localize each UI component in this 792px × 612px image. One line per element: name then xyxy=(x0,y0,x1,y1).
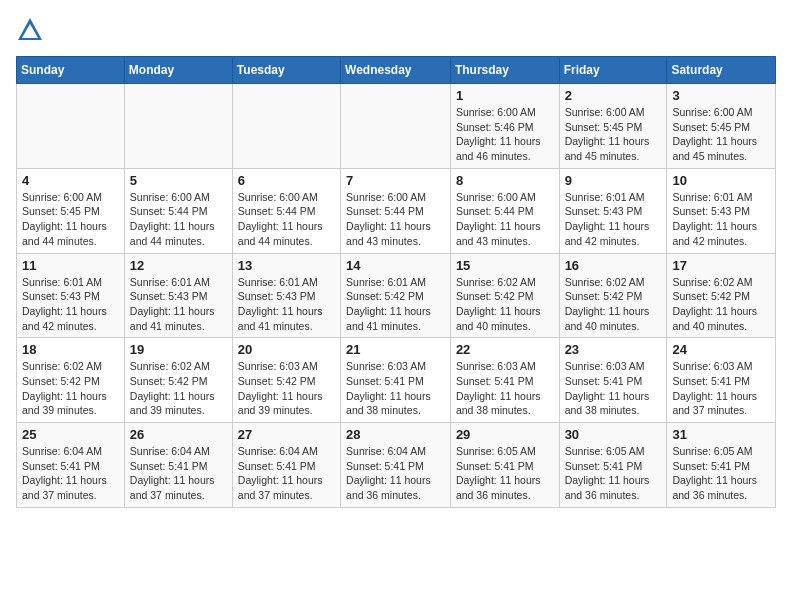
calendar-cell: 16Sunrise: 6:02 AMSunset: 5:42 PMDayligh… xyxy=(559,253,667,338)
day-number: 17 xyxy=(672,258,770,273)
day-info: Sunrise: 6:02 AMSunset: 5:42 PMDaylight:… xyxy=(456,275,554,334)
calendar-cell: 17Sunrise: 6:02 AMSunset: 5:42 PMDayligh… xyxy=(667,253,776,338)
header-day-tuesday: Tuesday xyxy=(232,57,340,84)
day-info: Sunrise: 6:01 AMSunset: 5:43 PMDaylight:… xyxy=(672,190,770,249)
day-number: 3 xyxy=(672,88,770,103)
header-row: SundayMondayTuesdayWednesdayThursdayFrid… xyxy=(17,57,776,84)
calendar-week-3: 11Sunrise: 6:01 AMSunset: 5:43 PMDayligh… xyxy=(17,253,776,338)
day-number: 31 xyxy=(672,427,770,442)
day-info: Sunrise: 6:02 AMSunset: 5:42 PMDaylight:… xyxy=(130,359,227,418)
calendar-cell: 23Sunrise: 6:03 AMSunset: 5:41 PMDayligh… xyxy=(559,338,667,423)
day-info: Sunrise: 6:02 AMSunset: 5:42 PMDaylight:… xyxy=(22,359,119,418)
day-number: 11 xyxy=(22,258,119,273)
calendar-body: 1Sunrise: 6:00 AMSunset: 5:46 PMDaylight… xyxy=(17,84,776,508)
day-info: Sunrise: 6:01 AMSunset: 5:43 PMDaylight:… xyxy=(130,275,227,334)
calendar-cell: 26Sunrise: 6:04 AMSunset: 5:41 PMDayligh… xyxy=(124,423,232,508)
header-day-thursday: Thursday xyxy=(450,57,559,84)
day-number: 15 xyxy=(456,258,554,273)
day-number: 2 xyxy=(565,88,662,103)
calendar-cell: 30Sunrise: 6:05 AMSunset: 5:41 PMDayligh… xyxy=(559,423,667,508)
logo xyxy=(16,16,48,44)
day-number: 16 xyxy=(565,258,662,273)
calendar-cell: 31Sunrise: 6:05 AMSunset: 5:41 PMDayligh… xyxy=(667,423,776,508)
day-number: 26 xyxy=(130,427,227,442)
day-info: Sunrise: 6:00 AMSunset: 5:44 PMDaylight:… xyxy=(238,190,335,249)
calendar-cell: 2Sunrise: 6:00 AMSunset: 5:45 PMDaylight… xyxy=(559,84,667,169)
calendar-cell: 1Sunrise: 6:00 AMSunset: 5:46 PMDaylight… xyxy=(450,84,559,169)
day-number: 12 xyxy=(130,258,227,273)
day-number: 14 xyxy=(346,258,445,273)
day-number: 21 xyxy=(346,342,445,357)
calendar-cell: 29Sunrise: 6:05 AMSunset: 5:41 PMDayligh… xyxy=(450,423,559,508)
day-number: 18 xyxy=(22,342,119,357)
day-info: Sunrise: 6:00 AMSunset: 5:44 PMDaylight:… xyxy=(346,190,445,249)
day-info: Sunrise: 6:02 AMSunset: 5:42 PMDaylight:… xyxy=(565,275,662,334)
calendar-cell: 10Sunrise: 6:01 AMSunset: 5:43 PMDayligh… xyxy=(667,168,776,253)
calendar-cell: 27Sunrise: 6:04 AMSunset: 5:41 PMDayligh… xyxy=(232,423,340,508)
day-info: Sunrise: 6:03 AMSunset: 5:41 PMDaylight:… xyxy=(672,359,770,418)
day-number: 1 xyxy=(456,88,554,103)
day-number: 30 xyxy=(565,427,662,442)
day-info: Sunrise: 6:01 AMSunset: 5:43 PMDaylight:… xyxy=(565,190,662,249)
header-day-wednesday: Wednesday xyxy=(341,57,451,84)
calendar-cell: 4Sunrise: 6:00 AMSunset: 5:45 PMDaylight… xyxy=(17,168,125,253)
calendar-cell: 5Sunrise: 6:00 AMSunset: 5:44 PMDaylight… xyxy=(124,168,232,253)
day-info: Sunrise: 6:00 AMSunset: 5:44 PMDaylight:… xyxy=(456,190,554,249)
calendar-cell xyxy=(341,84,451,169)
calendar-week-5: 25Sunrise: 6:04 AMSunset: 5:41 PMDayligh… xyxy=(17,423,776,508)
calendar-cell: 25Sunrise: 6:04 AMSunset: 5:41 PMDayligh… xyxy=(17,423,125,508)
day-number: 6 xyxy=(238,173,335,188)
calendar-cell: 13Sunrise: 6:01 AMSunset: 5:43 PMDayligh… xyxy=(232,253,340,338)
day-info: Sunrise: 6:00 AMSunset: 5:45 PMDaylight:… xyxy=(565,105,662,164)
calendar-table: SundayMondayTuesdayWednesdayThursdayFrid… xyxy=(16,56,776,508)
day-info: Sunrise: 6:04 AMSunset: 5:41 PMDaylight:… xyxy=(22,444,119,503)
day-info: Sunrise: 6:01 AMSunset: 5:43 PMDaylight:… xyxy=(22,275,119,334)
day-info: Sunrise: 6:03 AMSunset: 5:41 PMDaylight:… xyxy=(565,359,662,418)
day-number: 28 xyxy=(346,427,445,442)
calendar-week-4: 18Sunrise: 6:02 AMSunset: 5:42 PMDayligh… xyxy=(17,338,776,423)
day-number: 8 xyxy=(456,173,554,188)
calendar-week-1: 1Sunrise: 6:00 AMSunset: 5:46 PMDaylight… xyxy=(17,84,776,169)
calendar-cell: 14Sunrise: 6:01 AMSunset: 5:42 PMDayligh… xyxy=(341,253,451,338)
day-info: Sunrise: 6:03 AMSunset: 5:41 PMDaylight:… xyxy=(456,359,554,418)
day-number: 20 xyxy=(238,342,335,357)
page-header xyxy=(16,16,776,44)
calendar-header: SundayMondayTuesdayWednesdayThursdayFrid… xyxy=(17,57,776,84)
day-number: 10 xyxy=(672,173,770,188)
day-info: Sunrise: 6:03 AMSunset: 5:41 PMDaylight:… xyxy=(346,359,445,418)
day-info: Sunrise: 6:04 AMSunset: 5:41 PMDaylight:… xyxy=(238,444,335,503)
calendar-cell: 15Sunrise: 6:02 AMSunset: 5:42 PMDayligh… xyxy=(450,253,559,338)
header-day-saturday: Saturday xyxy=(667,57,776,84)
calendar-week-2: 4Sunrise: 6:00 AMSunset: 5:45 PMDaylight… xyxy=(17,168,776,253)
day-number: 29 xyxy=(456,427,554,442)
day-info: Sunrise: 6:05 AMSunset: 5:41 PMDaylight:… xyxy=(672,444,770,503)
day-info: Sunrise: 6:02 AMSunset: 5:42 PMDaylight:… xyxy=(672,275,770,334)
calendar-cell: 20Sunrise: 6:03 AMSunset: 5:42 PMDayligh… xyxy=(232,338,340,423)
header-day-friday: Friday xyxy=(559,57,667,84)
day-number: 9 xyxy=(565,173,662,188)
day-info: Sunrise: 6:04 AMSunset: 5:41 PMDaylight:… xyxy=(346,444,445,503)
calendar-cell: 22Sunrise: 6:03 AMSunset: 5:41 PMDayligh… xyxy=(450,338,559,423)
day-number: 19 xyxy=(130,342,227,357)
calendar-cell xyxy=(232,84,340,169)
calendar-cell: 21Sunrise: 6:03 AMSunset: 5:41 PMDayligh… xyxy=(341,338,451,423)
day-number: 7 xyxy=(346,173,445,188)
header-day-monday: Monday xyxy=(124,57,232,84)
calendar-cell: 18Sunrise: 6:02 AMSunset: 5:42 PMDayligh… xyxy=(17,338,125,423)
day-info: Sunrise: 6:00 AMSunset: 5:44 PMDaylight:… xyxy=(130,190,227,249)
day-info: Sunrise: 6:00 AMSunset: 5:45 PMDaylight:… xyxy=(672,105,770,164)
day-info: Sunrise: 6:01 AMSunset: 5:43 PMDaylight:… xyxy=(238,275,335,334)
day-info: Sunrise: 6:01 AMSunset: 5:42 PMDaylight:… xyxy=(346,275,445,334)
day-info: Sunrise: 6:04 AMSunset: 5:41 PMDaylight:… xyxy=(130,444,227,503)
day-info: Sunrise: 6:03 AMSunset: 5:42 PMDaylight:… xyxy=(238,359,335,418)
calendar-cell: 12Sunrise: 6:01 AMSunset: 5:43 PMDayligh… xyxy=(124,253,232,338)
day-number: 4 xyxy=(22,173,119,188)
day-info: Sunrise: 6:00 AMSunset: 5:46 PMDaylight:… xyxy=(456,105,554,164)
day-number: 25 xyxy=(22,427,119,442)
day-info: Sunrise: 6:05 AMSunset: 5:41 PMDaylight:… xyxy=(565,444,662,503)
logo-icon xyxy=(16,16,44,44)
day-number: 22 xyxy=(456,342,554,357)
day-number: 5 xyxy=(130,173,227,188)
day-info: Sunrise: 6:00 AMSunset: 5:45 PMDaylight:… xyxy=(22,190,119,249)
calendar-cell: 11Sunrise: 6:01 AMSunset: 5:43 PMDayligh… xyxy=(17,253,125,338)
